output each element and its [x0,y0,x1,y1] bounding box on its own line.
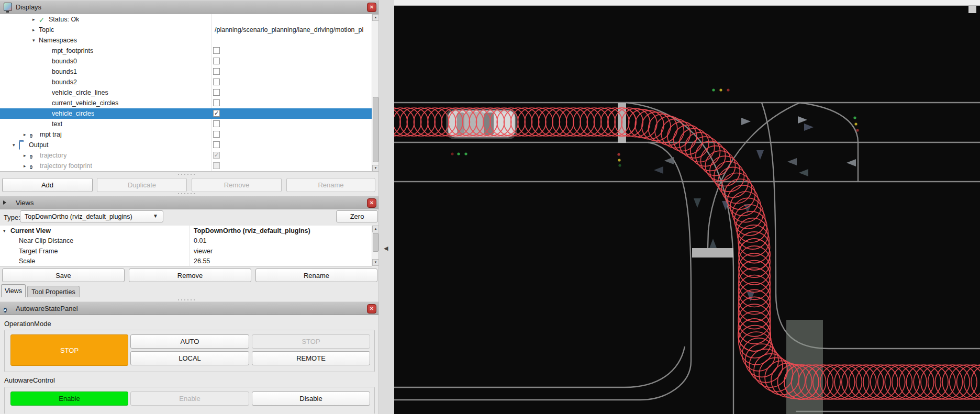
tree-row-vehicle-circles[interactable]: vehicle_circles✓ [0,108,372,119]
scrollbar-thumb[interactable] [373,233,378,252]
expander-icon[interactable]: ▸ [24,163,30,169]
tree-row-text[interactable]: text [0,119,372,129]
namespace-checkbox[interactable] [213,99,220,106]
displays-tree[interactable]: ▸✓Status: Ok▸Topic/planning/scenario_pla… [0,14,378,172]
tree-row-trajectory-footprint[interactable]: ▸Atrajectory footprint [0,161,372,171]
displays-close-icon[interactable]: ✕ [367,3,376,12]
namespace-checkbox[interactable] [213,58,220,64]
tree-row-current-vehicle-circles[interactable]: current_vehicle_circles [0,98,372,108]
view-prop-current-view[interactable]: ▾Current ViewTopDownOrtho (rviz_default_… [0,226,372,236]
views-titlebar[interactable]: Views ✕ [0,196,378,209]
traffic-light-dot [464,152,467,155]
tree-row-status-ok[interactable]: ▸✓Status: Ok [0,14,372,25]
view-prop-scale[interactable]: Scale26.55 [0,256,372,267]
namespace-checkbox[interactable] [213,120,220,127]
trajectory-circle [820,365,855,399]
namespace-checkbox[interactable] [213,131,220,138]
displays-title: Displays [16,3,41,11]
tree-row-bounds0[interactable]: bounds0 [0,56,372,66]
tree-row-output[interactable]: ▾Output [0,140,372,150]
namespace-checkbox[interactable] [213,68,220,75]
expander-icon[interactable]: ▸ [24,132,30,137]
display-type-icon: A [30,163,38,170]
zero-button[interactable]: Zero [336,210,378,222]
operation-mode-label: OperationMode [4,320,51,328]
auto-button[interactable]: AUTO [130,334,249,349]
view-prop-target-frame[interactable]: Target Frameviewer [0,246,372,256]
autoware-panel-titlebar[interactable]: A AutowareStatePanel ✕ [0,301,378,315]
viewport-3d[interactable] [394,0,980,414]
enable-state-button[interactable]: Enable [10,391,128,406]
displays-titlebar[interactable]: Displays ✕ [0,0,378,14]
trajectory-circle [921,365,955,399]
trajectory-circle [885,365,919,399]
lane-arrow-icon [798,116,807,124]
view-prop-value[interactable]: 26.55 [194,258,210,265]
namespace-checkbox[interactable] [213,141,220,148]
tree-row-namespaces[interactable]: ▾Namespaces [0,35,372,46]
tree-row-label: Topic [39,26,54,33]
dock-splitter[interactable]: ◀ [378,0,394,414]
tree-row-label: Status: Ok [49,16,79,23]
displays-scrollbar[interactable]: ▲ ▼ [372,14,378,172]
view-prop-near-clip-distance[interactable]: Near Clip Distance0.01 [0,236,372,247]
tree-row-bounds1[interactable]: bounds1 [0,66,372,77]
collapse-arrow-icon[interactable]: ◀ [384,245,388,252]
expander-icon[interactable]: ▸ [32,17,39,22]
tree-row-label: bounds2 [52,79,77,86]
lane-arrow-icon [787,158,797,165]
tree-row-trajectory[interactable]: ▸Atrajectory✓ [0,150,372,161]
tab-views[interactable]: Views [1,284,26,297]
tree-row-mpt-traj[interactable]: ▸Ampt traj [0,129,372,140]
views-scrollbar[interactable]: ▲ ▼ [372,226,378,266]
ego-roof [464,112,484,136]
traffic-light-dot [451,152,453,155]
view-type-dropdown[interactable]: TopDownOrtho (rviz_default_plugins) ▼ [20,210,163,222]
remote-button[interactable]: REMOTE [252,351,370,365]
expander-icon[interactable]: ▸ [32,27,39,32]
namespace-checkbox[interactable] [213,47,220,54]
namespace-checkbox[interactable]: ✓ [213,110,220,117]
viewport-canvas[interactable] [394,0,980,414]
tree-row-topic[interactable]: ▸Topic/planning/scenario_planning/lane_d… [0,25,372,35]
views-close-icon[interactable]: ✕ [367,198,376,208]
disable-button[interactable]: Disable [252,391,370,406]
traffic-light-dot [719,88,722,91]
traffic-light-dot [618,164,621,166]
local-button[interactable]: LOCAL [130,351,249,365]
tree-row-mpt-footprints[interactable]: mpt_footprints [0,46,372,56]
views-tree[interactable]: ▾Current ViewTopDownOrtho (rviz_default_… [0,226,378,266]
tree-row-label: text [52,120,62,128]
traffic-light-dot [853,116,856,119]
expander-icon[interactable]: ▸ [24,153,30,158]
road-lane-line [626,103,733,414]
scrollbar-thumb[interactable] [373,97,378,162]
expander-icon[interactable]: ▾ [32,38,39,43]
left-dock: Displays ✕ ▸✓Status: Ok▸Topic/planning/s… [0,0,378,414]
stop-state-button[interactable]: STOP [10,334,128,366]
expander-icon[interactable]: ▾ [13,142,19,148]
resize-handle[interactable] [178,193,201,195]
expander-icon[interactable]: ▾ [3,228,10,233]
resize-handle[interactable] [178,174,201,176]
rviz-window: Displays ✕ ▸✓Status: Ok▸Topic/planning/s… [0,0,980,414]
namespace-checkbox[interactable] [213,79,220,85]
remove-view-button[interactable]: Remove [129,268,251,282]
view-prop-value[interactable]: viewer [194,248,213,255]
rename-view-button[interactable]: Rename [255,268,377,282]
autoware-close-icon[interactable]: ✕ [367,304,376,314]
type-label: Type: [4,214,20,221]
chevron-down-icon: ▼ [153,213,158,219]
tree-row-vehicle-circle-lines[interactable]: vehicle_circle_lines [0,87,372,98]
trajectory-circle [649,114,677,143]
save-view-button[interactable]: Save [2,268,125,282]
tab-label: Views [5,287,22,295]
tab-tool-properties[interactable]: Tool Properties [27,286,80,297]
tree-row-bounds2[interactable]: bounds2 [0,77,372,87]
view-prop-value[interactable]: 0.01 [194,237,206,244]
namespace-checkbox[interactable] [213,89,220,96]
add-display-button[interactable]: Add [2,178,93,192]
view-prop-value[interactable]: TopDownOrtho (rviz_default_plugins) [194,227,310,234]
topic-value[interactable]: /planning/scenario_planning/lane_driving… [215,26,372,33]
namespace-checkbox: ✓ [213,152,220,159]
